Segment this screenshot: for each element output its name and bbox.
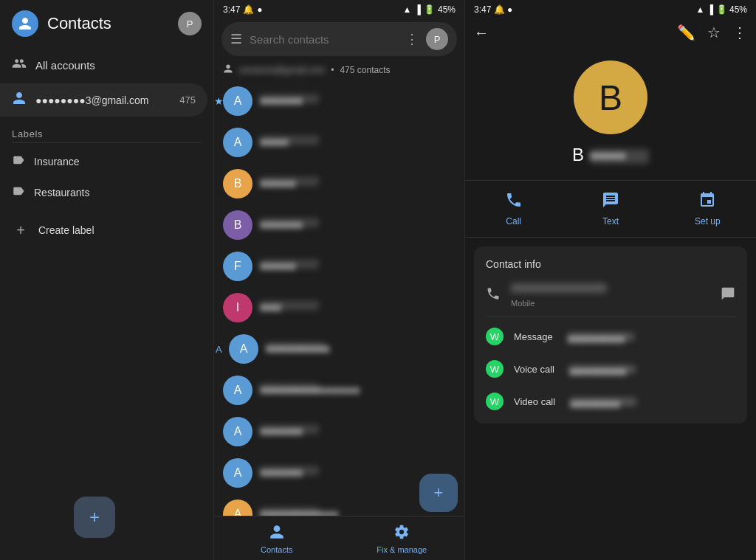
wifi-icon-right: ▲	[696, 4, 705, 15]
nav-fix-manage[interactable]: Fix & manage	[340, 521, 465, 557]
add-contact-fab[interactable]: +	[419, 474, 458, 512]
contact-name: ●●●●●●	[260, 218, 319, 227]
setup-icon	[698, 191, 716, 213]
search-bar: ☰ ⋮ P	[221, 22, 457, 56]
contact-info: ●●●●●	[260, 177, 456, 190]
text-button[interactable]: Text	[562, 181, 659, 237]
star-icon-toolbar[interactable]: ☆	[707, 24, 721, 41]
contact-avatar: I	[223, 293, 252, 322]
right-status-bar: 3:47 🔔 ● ▲ ▐ 🔋 45%	[465, 0, 756, 19]
edit-icon[interactable]: ✏️	[677, 24, 695, 41]
account-email: ●●●●●●●●3@gmail.com	[35, 94, 171, 106]
nav-contacts[interactable]: Contacts	[214, 521, 340, 557]
contact-row[interactable]: A ●●●●	[214, 122, 464, 163]
video-call-sublabel: ●●●●●●●	[570, 398, 636, 406]
contact-name: ●●●●●	[260, 260, 319, 269]
label-item-insurance[interactable]: Insurance	[12, 146, 202, 177]
whatsapp-icon: W	[486, 328, 504, 345]
right-toolbar: ← ✏️ ☆ ⋮	[465, 19, 756, 46]
contact-row[interactable]: B ●●●●●●	[214, 204, 464, 246]
account-email-header: someone@gmail.com	[239, 65, 325, 75]
back-button[interactable]: ←	[474, 24, 489, 41]
contacts-app-icon	[12, 10, 38, 37]
labels-section: Labels Insurance Restaurants	[0, 117, 213, 214]
battery-icon-right: 🔋	[716, 4, 727, 15]
contact-info: ●●●●●●●●●●●●●●	[260, 384, 456, 397]
contact-row[interactable]: B ●●●●●	[214, 163, 464, 204]
messaging-divider	[486, 317, 735, 317]
notification-icon: 🔔	[243, 4, 254, 15]
label-item-restaurants[interactable]: Restaurants	[12, 177, 202, 208]
status-icons-right: ▲ ▐ 🔋 45%	[696, 4, 747, 15]
phone-row: Mobile	[474, 277, 747, 314]
whatsapp-status-icon: ●	[257, 4, 262, 15]
voice-call-sublabel: ●●●●●●●●	[569, 365, 636, 373]
contact-avatar: A	[223, 376, 252, 405]
signal-icon-right: ▐	[707, 4, 714, 15]
status-time-right: 3:47 🔔 ●	[474, 4, 512, 15]
account-header-icon	[223, 63, 233, 76]
more-options-icon[interactable]: ⋮	[405, 31, 419, 47]
whatsapp-voice-icon: W	[486, 360, 504, 378]
message-row[interactable]: W Message ●●●●●●●●	[474, 320, 747, 353]
account-icon	[12, 91, 27, 109]
left-fab-button[interactable]: +	[74, 497, 115, 538]
add-icon: +	[12, 221, 30, 239]
contact-row[interactable]: A A ●●●●●●●●●	[214, 328, 464, 370]
account-item[interactable]: ●●●●●●●●3@gmail.com 475	[0, 83, 207, 117]
section-letter-a: A	[216, 344, 222, 355]
contact-info: ●●●●●●	[260, 425, 456, 438]
call-button[interactable]: Call	[465, 181, 562, 237]
voice-call-row[interactable]: W Voice call ●●●●●●●●	[474, 353, 747, 385]
contact-avatar: A	[223, 499, 252, 516]
more-options-right[interactable]: ⋮	[732, 24, 747, 41]
message-icon[interactable]	[721, 286, 735, 305]
create-label-item[interactable]: + Create label	[0, 214, 213, 246]
contact-row[interactable]: A ●●●●●●	[214, 411, 464, 452]
contact-name: ●●●●●●	[260, 425, 319, 434]
contact-row[interactable]: A ●●●●●●●●●●●●●●	[214, 370, 464, 411]
wifi-icon: ▲	[403, 4, 412, 15]
signal-icon: ▐	[414, 4, 421, 15]
search-input[interactable]	[250, 33, 398, 46]
middle-panel-container: 3:47 🔔 ● ▲ ▐ 🔋 45% ☰ ⋮ P	[214, 0, 465, 560]
voice-call-label: Voice call	[514, 364, 554, 375]
contact-avatar: A	[229, 334, 258, 364]
detail-avatar: B	[574, 61, 647, 134]
contact-info: ●●●●●●	[260, 218, 456, 232]
action-buttons: Call Text Set up	[465, 180, 756, 238]
contact-row[interactable]: F ●●●●●	[214, 246, 464, 287]
contact-avatar: F	[223, 252, 252, 281]
people-icon	[12, 56, 27, 75]
phone-type: Mobile	[511, 299, 710, 308]
search-avatar[interactable]: P	[426, 28, 448, 50]
profile-avatar[interactable]: P	[178, 12, 202, 35]
contact-name: ●●●●●●	[260, 94, 319, 103]
left-panel: Contacts P All accounts ●●●●●●●●3@gmail.…	[0, 0, 214, 560]
status-icons-middle: ▲ ▐ 🔋 45%	[403, 4, 456, 15]
all-accounts-label: All accounts	[35, 59, 95, 72]
contacts-list: ★ A ●●●●●● A ●●●● B ●●●●● B	[214, 80, 464, 516]
phone-details: Mobile	[511, 283, 710, 308]
contact-info: ●●●●●	[260, 260, 456, 273]
setup-label: Set up	[695, 216, 721, 227]
contact-name: ●●●●	[260, 136, 319, 145]
all-accounts-item[interactable]: All accounts	[0, 47, 213, 83]
status-time-middle: 3:47 🔔 ●	[223, 4, 263, 15]
message-sublabel: ●●●●●●●●	[568, 333, 634, 341]
contact-count: •	[331, 65, 334, 75]
setup-button[interactable]: Set up	[659, 181, 756, 237]
contact-avatar: A	[223, 86, 252, 116]
fix-manage-nav-label: Fix & manage	[377, 545, 427, 554]
label-text-insurance: Insurance	[34, 156, 79, 167]
menu-icon[interactable]: ☰	[230, 31, 242, 47]
label-icon-restaurants	[12, 184, 25, 201]
middle-status-bar: 3:47 🔔 ● ▲ ▐ 🔋 45%	[214, 0, 464, 19]
labels-heading: Labels	[12, 128, 202, 139]
text-label: Text	[602, 216, 619, 227]
contact-info-card: Contact info Mobile W Message ●●	[474, 246, 747, 424]
contact-row[interactable]: I ●●●	[214, 287, 464, 328]
contact-row[interactable]: ★ A ●●●●●●	[214, 80, 464, 122]
left-header: Contacts P	[0, 0, 213, 47]
video-call-row[interactable]: W Video call ●●●●●●●	[474, 385, 747, 418]
